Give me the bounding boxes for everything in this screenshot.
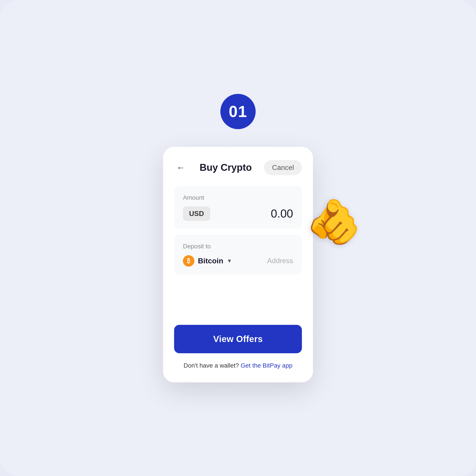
amount-row: USD 0.00 <box>183 206 293 221</box>
cancel-button[interactable]: Cancel <box>264 160 302 175</box>
deposit-row: ₿ Bitcoin ▼ Address <box>183 255 293 267</box>
view-offers-button[interactable]: View Offers <box>174 325 302 353</box>
back-button[interactable]: ← <box>174 161 187 174</box>
back-arrow-icon: ← <box>176 163 185 172</box>
currency-badge[interactable]: USD <box>183 206 210 221</box>
address-placeholder[interactable]: Address <box>267 257 293 265</box>
wallet-prompt-text: Don't have a wallet? <box>184 362 239 369</box>
pointing-hand-icon: 🫵 <box>306 200 361 244</box>
get-bitpay-link[interactable]: Get the BitPay app <box>241 362 292 369</box>
amount-value[interactable]: 0.00 <box>271 207 293 220</box>
chevron-down-icon: ▼ <box>227 258 232 264</box>
coin-name: Bitcoin <box>198 256 223 265</box>
wallet-prompt: Don't have a wallet? Get the BitPay app <box>174 362 302 369</box>
coin-selector[interactable]: ₿ Bitcoin ▼ <box>183 255 232 267</box>
phone-card: ← Buy Crypto Cancel Amount USD 0.00 Depo… <box>163 147 313 382</box>
amount-label: Amount <box>183 194 293 201</box>
deposit-label: Deposit to <box>183 243 293 250</box>
bitcoin-icon: ₿ <box>183 255 194 267</box>
phone-container: ← Buy Crypto Cancel Amount USD 0.00 Depo… <box>154 147 322 382</box>
screen-header: ← Buy Crypto Cancel <box>174 160 302 175</box>
page-background: 01 ← Buy Crypto Cancel Amount USD 0.00 <box>0 0 476 476</box>
content-spacer <box>174 281 302 325</box>
amount-section: Amount USD 0.00 <box>174 186 302 229</box>
deposit-section: Deposit to ₿ Bitcoin ▼ Address <box>174 235 302 274</box>
screen-title: Buy Crypto <box>200 162 252 173</box>
step-badge: 01 <box>220 94 256 129</box>
step-number: 01 <box>229 102 247 120</box>
